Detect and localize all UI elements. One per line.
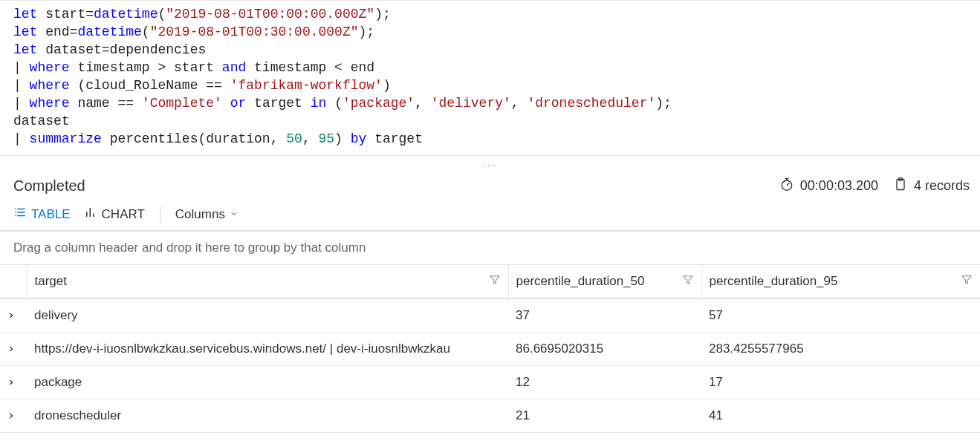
duration-value: 00:00:03.200 (800, 178, 878, 194)
cell-p50: 21 (508, 399, 701, 433)
status-bar: Completed 00:00:03.200 4 records (0, 172, 980, 203)
table-row[interactable]: dronescheduler2141 (0, 399, 980, 433)
column-header-target[interactable]: target (27, 265, 508, 298)
cell-p50: 12 (508, 366, 701, 399)
resize-handle[interactable]: ··· (0, 156, 980, 172)
cell-p95: 41 (701, 399, 980, 433)
cell-target: dronescheduler (27, 399, 508, 433)
cell-p95: 283.4255577965 (701, 333, 980, 366)
table-row[interactable]: delivery3757 (0, 298, 980, 333)
column-header-p95-label: percentile_duration_95 (710, 274, 838, 288)
filter-icon[interactable] (961, 274, 973, 290)
table-row[interactable]: package1217 (0, 366, 980, 399)
chevron-down-icon (230, 207, 238, 222)
cell-target: https://dev-i-iuosnlbwkzkau.servicebus.w… (27, 333, 508, 366)
expand-row-button[interactable] (7, 343, 15, 355)
column-header-expand (0, 265, 27, 298)
svg-marker-16 (684, 276, 692, 284)
group-by-bar[interactable]: Drag a column header and drop it here to… (0, 230, 980, 265)
tab-table[interactable]: TABLE (13, 206, 71, 223)
expand-row-button[interactable] (7, 410, 15, 422)
chart-icon (84, 206, 97, 223)
table-icon (13, 206, 27, 223)
columns-label: Columns (175, 207, 225, 222)
column-header-p95[interactable]: percentile_duration_95 (701, 265, 980, 298)
results-table: target percentile_duration_50 percentile… (0, 265, 980, 433)
duration-metric: 00:00:03.200 (779, 177, 878, 195)
tab-divider (160, 206, 160, 223)
column-header-p50-label: percentile_duration_50 (516, 274, 645, 288)
columns-button[interactable]: Columns (175, 207, 238, 222)
tab-chart-label: CHART (102, 207, 145, 222)
cell-p50: 37 (508, 298, 701, 333)
column-header-target-label: target (35, 274, 67, 288)
filter-icon[interactable] (489, 274, 501, 290)
view-tabs: TABLE CHART Columns (0, 203, 980, 230)
record-count-value: 4 records (914, 178, 970, 194)
tab-chart[interactable]: CHART (84, 206, 145, 223)
table-row[interactable]: https://dev-i-iuosnlbwkzkau.servicebus.w… (0, 333, 980, 366)
expand-row-button[interactable] (7, 310, 15, 321)
column-header-p50[interactable]: percentile_duration_50 (508, 265, 701, 298)
svg-marker-17 (962, 276, 971, 284)
svg-point-0 (782, 180, 791, 190)
clipboard-icon (893, 177, 908, 195)
query-editor[interactable]: let start=datetime("2019-08-01T00:00:00.… (0, 0, 980, 156)
results-tbody: delivery3757https://dev-i-iuosnlbwkzkau.… (0, 298, 980, 433)
cell-target: package (27, 366, 508, 399)
cell-p95: 17 (701, 366, 980, 399)
record-count-metric: 4 records (893, 177, 970, 195)
svg-line-1 (787, 183, 789, 185)
expand-row-button[interactable] (7, 376, 15, 388)
group-hint: Drag a column header and drop it here to… (13, 241, 366, 255)
cell-target: delivery (27, 298, 508, 333)
tab-table-label: TABLE (31, 207, 71, 222)
filter-icon[interactable] (682, 274, 694, 290)
cell-p50: 86.6695020315 (508, 333, 701, 366)
status-label: Completed (13, 177, 85, 195)
cell-p95: 57 (701, 298, 980, 333)
svg-marker-15 (490, 276, 499, 284)
stopwatch-icon (779, 177, 794, 195)
